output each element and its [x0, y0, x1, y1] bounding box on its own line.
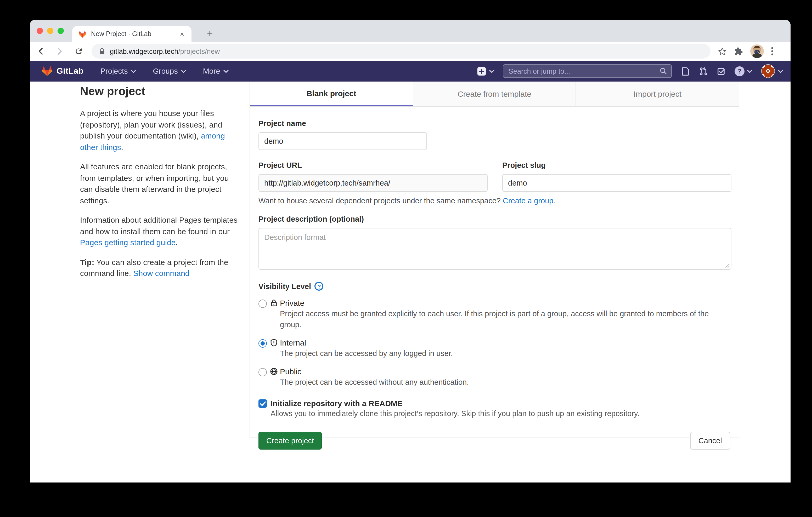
address-bar[interactable]: gitlab.widgetcorp.tech/projects/new	[92, 44, 710, 59]
refresh-button[interactable]	[70, 43, 86, 59]
visibility-level-label: Visibility Level	[258, 282, 311, 291]
tip-label: Tip:	[80, 257, 94, 266]
screen: New Project · GitLab × + gitlab.widgetco…	[0, 0, 812, 517]
readme-label: Initialize repository with a README	[270, 399, 639, 408]
plus-square-icon	[477, 67, 486, 75]
global-search-input[interactable]	[508, 67, 660, 75]
shield-icon	[270, 339, 278, 346]
readme-checkbox[interactable]	[258, 399, 267, 408]
browser-toolbar: gitlab.widgetcorp.tech/projects/new	[30, 42, 790, 61]
private-option-name: Private	[280, 299, 304, 307]
gitlab-navbar: GitLab Projects Groups More	[30, 61, 790, 82]
tab-blank-project[interactable]: Blank project	[250, 82, 412, 106]
blank-project-form: Project name Project URL Project slug Wa…	[250, 119, 739, 450]
new-project-sidebar: New project A project is where you house…	[80, 85, 243, 287]
nav-menu-more[interactable]: More	[203, 67, 229, 75]
visibility-option-public[interactable]: Public The project can be accessed witho…	[258, 367, 730, 388]
page-content: New project A project is where you house…	[30, 82, 790, 483]
browser-tab[interactable]: New Project · GitLab ×	[72, 26, 192, 42]
minimize-window-button[interactable]	[47, 28, 53, 34]
forward-button[interactable]	[52, 43, 67, 59]
chevron-down-icon	[778, 69, 783, 73]
create-project-button[interactable]: Create project	[258, 432, 322, 450]
project-name-label: Project name	[258, 119, 730, 127]
globe-icon	[270, 367, 278, 375]
gitlab-favicon	[79, 30, 86, 38]
chevron-down-icon	[224, 69, 229, 73]
pages-guide-link[interactable]: Pages getting started guide	[80, 238, 176, 247]
extensions-puzzle-icon[interactable]	[734, 47, 743, 56]
project-description-textarea[interactable]	[258, 228, 731, 270]
public-radio[interactable]	[258, 368, 267, 376]
lock-icon	[270, 299, 278, 307]
project-slug-label: Project slug	[502, 161, 731, 170]
internal-option-name: Internal	[280, 338, 306, 347]
check-icon	[260, 401, 265, 406]
todos-icon[interactable]	[717, 67, 726, 75]
help-question-icon: ?	[734, 66, 745, 76]
new-item-menu[interactable]	[477, 67, 494, 75]
issues-icon[interactable]	[681, 67, 690, 75]
sidebar-tip: Tip: You can also create a project from …	[80, 256, 243, 279]
sidebar-p3-period: .	[176, 238, 178, 247]
project-url-input[interactable]	[258, 174, 488, 192]
nav-menu-projects-label: Projects	[100, 67, 128, 75]
bookmark-star-icon[interactable]	[718, 47, 727, 56]
user-avatar	[761, 64, 775, 78]
public-option-desc: The project can be accessed without any …	[280, 377, 469, 388]
nav-menu-groups[interactable]: Groups	[153, 67, 186, 75]
visibility-help-icon[interactable]: ?	[315, 282, 324, 291]
browser-menu-kebab-icon[interactable]	[771, 47, 773, 55]
back-button[interactable]	[33, 43, 49, 59]
gitlab-logo[interactable]: GitLab	[42, 66, 84, 76]
sidebar-p3-text: Information about additional Pages templ…	[80, 215, 237, 236]
global-search[interactable]	[503, 64, 672, 78]
tab-title: New Project · GitLab	[91, 30, 178, 38]
search-icon	[660, 67, 667, 75]
sidebar-paragraph-2: All features are enabled for blank proje…	[80, 161, 243, 206]
readme-desc: Allows you to immediately clone this pro…	[270, 409, 639, 418]
tab-create-from-template[interactable]: Create from template	[412, 82, 576, 106]
nav-menu-projects[interactable]: Projects	[100, 67, 136, 75]
help-menu[interactable]: ?	[734, 66, 752, 76]
url-host: gitlab.widgetcorp.tech	[110, 47, 178, 55]
project-name-input[interactable]	[258, 132, 427, 150]
sidebar-paragraph-3: Information about additional Pages templ…	[80, 214, 243, 248]
lock-icon	[99, 48, 105, 55]
merge-requests-icon[interactable]	[699, 67, 708, 75]
tab-import-project[interactable]: Import project	[576, 82, 739, 106]
close-window-button[interactable]	[37, 28, 43, 34]
internal-radio[interactable]	[258, 339, 267, 347]
nav-menu-more-label: More	[203, 67, 220, 75]
private-radio[interactable]	[258, 300, 267, 308]
chevron-down-icon	[131, 69, 136, 73]
readme-row[interactable]: Initialize repository with a README Allo…	[258, 399, 730, 418]
url-path: /projects/new	[178, 47, 220, 55]
zoom-window-button[interactable]	[58, 28, 64, 34]
tab-strip: New Project · GitLab × +	[30, 20, 790, 42]
namespace-hint: Want to house several dependent projects…	[258, 196, 730, 205]
cancel-button[interactable]: Cancel	[690, 432, 730, 450]
gitlab-brand-text: GitLab	[57, 66, 84, 76]
chevron-down-icon	[181, 69, 186, 73]
tab-close-icon[interactable]: ×	[178, 30, 186, 38]
gitlab-tanuki-icon	[42, 66, 52, 76]
user-menu[interactable]	[761, 64, 783, 78]
chevron-down-icon	[747, 69, 752, 73]
namespace-hint-text: Want to house several dependent projects…	[258, 196, 503, 205]
internal-option-desc: The project can be accessed by any logge…	[280, 348, 453, 359]
browser-window: New Project · GitLab × + gitlab.widgetco…	[30, 20, 790, 483]
visibility-option-private[interactable]: Private Project access must be granted e…	[258, 299, 730, 330]
browser-profile-avatar[interactable]	[750, 44, 764, 58]
public-option-name: Public	[280, 367, 301, 376]
project-type-tabs: Blank project Create from template Impor…	[250, 82, 739, 107]
project-url-label: Project URL	[258, 161, 488, 170]
page-title: New project	[80, 85, 243, 98]
private-option-desc: Project access must be granted explicitl…	[280, 308, 725, 330]
new-tab-button[interactable]: +	[204, 28, 216, 41]
visibility-option-internal[interactable]: Internal The project can be accessed by …	[258, 338, 730, 359]
chevron-down-icon	[489, 69, 494, 73]
show-command-link[interactable]: Show command	[133, 269, 190, 278]
project-slug-input[interactable]	[502, 174, 731, 192]
create-a-group-link[interactable]: Create a group.	[503, 196, 556, 205]
